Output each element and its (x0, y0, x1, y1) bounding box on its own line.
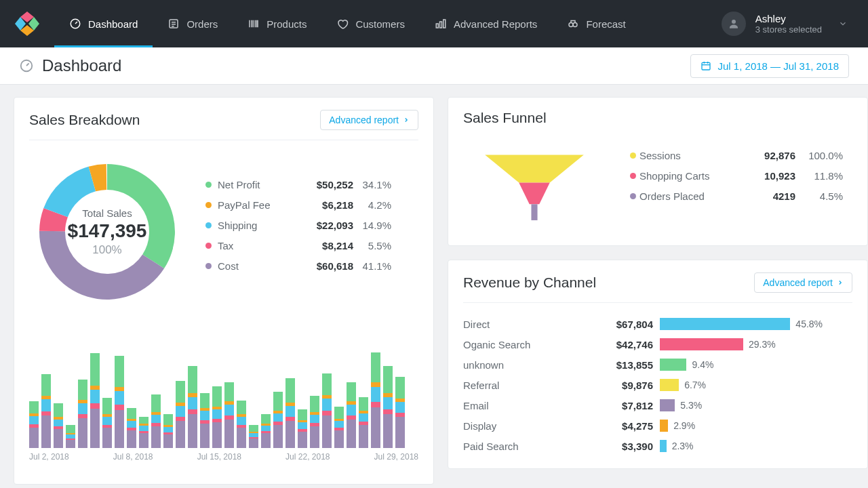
top-nav: DashboardOrdersProductsCustomersAdvanced… (0, 0, 868, 47)
binoculars-icon (567, 18, 579, 30)
nav-forecast[interactable]: Forecast (552, 0, 640, 47)
bar (139, 417, 149, 448)
bar (29, 401, 39, 448)
avatar (722, 12, 746, 36)
legend-row: Tax $8,214 5.5% (205, 235, 418, 256)
channel-bar (660, 338, 743, 350)
chevron-right-icon (837, 279, 844, 286)
date-range-text: Jul 1, 2018 — Jul 31, 2018 (718, 60, 839, 72)
channel-row: Referral $9,876 6.7% (463, 375, 852, 395)
bar (115, 356, 124, 448)
channel-row: Email $7,812 5.3% (463, 395, 852, 415)
funnel-row: Sessions 92,876 100.0% (630, 145, 843, 165)
advanced-report-button[interactable]: Advanced report (320, 110, 418, 130)
sales-breakdown-card: Sales Breakdown Advanced report Total Sa… (14, 97, 434, 485)
bar (347, 382, 356, 448)
bar (54, 403, 63, 448)
channel-bar (660, 318, 790, 330)
funnel-row: Shopping Carts 10,923 11.8% (630, 165, 843, 186)
bar (78, 380, 87, 448)
bar (212, 386, 222, 448)
bar (359, 397, 368, 448)
channel-bar (660, 420, 668, 432)
channel-bar (660, 399, 675, 411)
svg-point-18 (569, 23, 573, 27)
funnel-row: Orders Placed 4219 4.5% (630, 186, 843, 206)
nav-dashboard[interactable]: Dashboard (54, 0, 153, 47)
bar (200, 393, 210, 448)
sales-breakdown-title: Sales Breakdown (29, 112, 140, 128)
x-tick: Jul 22, 2018 (285, 452, 330, 462)
donut-chart: Total Sales $147,395 100% (29, 154, 185, 310)
legend-dot (630, 193, 636, 199)
nav-advanced-reports[interactable]: Advanced Reports (420, 0, 552, 47)
legend-dot (630, 152, 636, 159)
svg-rect-17 (443, 20, 446, 28)
legend-row: Net Profit $50,252 34.1% (205, 174, 418, 195)
svg-rect-28 (531, 204, 537, 220)
report-icon (435, 18, 447, 30)
x-tick: Jul 29, 2018 (374, 452, 418, 462)
user-menu[interactable]: Ashley 3 stores selected (715, 12, 854, 36)
bar (66, 425, 75, 448)
x-tick: Jul 8, 2018 (113, 452, 153, 462)
user-subtitle: 3 stores selected (755, 24, 822, 35)
daily-bar-chart: Jul 2, 2018Jul 8, 2018Jul 15, 2018Jul 22… (29, 326, 418, 462)
channel-row: Direct $67,804 45.8% (463, 314, 852, 334)
channel-bar (660, 379, 679, 391)
bar (322, 373, 332, 448)
gauge-icon (19, 58, 34, 73)
app-logo (14, 10, 41, 37)
svg-marker-27 (519, 182, 550, 204)
legend-dot (205, 222, 212, 228)
bar (310, 396, 319, 448)
legend-dot (205, 182, 212, 188)
funnel-legend: Sessions 92,876 100.0% Shopping Carts 10… (630, 145, 843, 226)
bar (151, 394, 161, 448)
bar (176, 381, 185, 448)
sales-funnel-title: Sales Funnel (463, 110, 547, 126)
user-name: Ashley (755, 13, 822, 24)
bar (261, 414, 271, 448)
nav-products[interactable]: Products (233, 0, 321, 47)
revenue-channel-card: Revenue by Channel Advanced report Direc… (448, 260, 868, 469)
list-icon (167, 18, 180, 30)
legend-dot (205, 263, 212, 269)
bar (163, 414, 173, 448)
bar (127, 408, 136, 448)
page-header: Dashboard Jul 1, 2018 — Jul 31, 2018 (0, 47, 868, 85)
calendar-icon (701, 60, 711, 71)
bar (224, 382, 234, 448)
bar (90, 353, 100, 448)
nav-orders[interactable]: Orders (153, 0, 233, 47)
user-icon (728, 18, 740, 30)
bar (371, 352, 380, 448)
chevron-right-icon (403, 117, 410, 123)
nav-customers[interactable]: Customers (321, 0, 420, 47)
bar (383, 366, 393, 448)
advanced-report-button[interactable]: Advanced report (754, 272, 852, 293)
legend-row: PayPal Fee $6,218 4.2% (205, 195, 418, 215)
funnel-chart (473, 145, 596, 226)
bar (285, 378, 295, 448)
svg-marker-26 (485, 155, 584, 183)
total-sales-label: Total Sales (82, 207, 132, 219)
gauge-icon (69, 18, 81, 30)
bar (298, 409, 307, 448)
bar (395, 377, 405, 448)
legend-dot (630, 173, 636, 179)
channel-row: Display $4,275 2.9% (463, 415, 852, 436)
date-range-picker[interactable]: Jul 1, 2018 — Jul 31, 2018 (690, 54, 849, 78)
channel-bar (660, 359, 686, 371)
total-sales-value: $147,395 (68, 220, 147, 242)
x-tick: Jul 15, 2018 (197, 452, 241, 462)
sales-funnel-card: Sales Funnel Sessions 92,876 100.0% Shop… (448, 97, 868, 246)
svg-point-20 (732, 20, 736, 24)
bar (41, 374, 51, 448)
legend-row: Shipping $22,093 14.9% (205, 215, 418, 235)
svg-rect-16 (439, 22, 441, 28)
svg-rect-22 (702, 62, 710, 70)
legend-row: Cost $60,618 41.1% (205, 256, 418, 276)
sales-legend: Net Profit $50,252 34.1% PayPal Fee $6,2… (205, 154, 418, 310)
legend-dot (205, 243, 212, 249)
